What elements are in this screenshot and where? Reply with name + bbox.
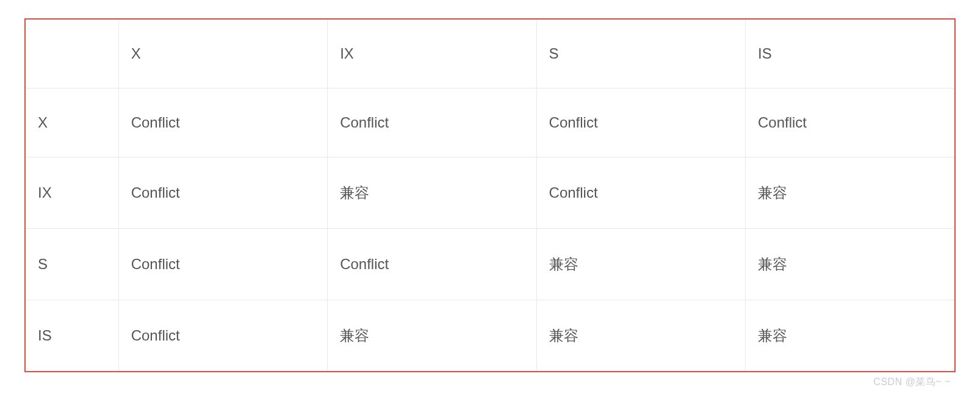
cell: Conflict <box>536 88 745 157</box>
cell: 兼容 <box>536 300 745 372</box>
cell: Conflict <box>536 157 745 229</box>
row-label-x: X <box>26 88 118 157</box>
header-is: IS <box>746 20 955 88</box>
header-ix: IX <box>328 20 536 88</box>
cell: 兼容 <box>536 229 745 300</box>
header-x: X <box>118 20 327 88</box>
cell: Conflict <box>118 157 327 229</box>
cell: Conflict <box>118 88 327 157</box>
cell: 兼容 <box>328 300 536 372</box>
header-s: S <box>536 20 745 88</box>
cell: Conflict <box>328 88 536 157</box>
cell: 兼容 <box>328 157 536 229</box>
lock-compatibility-table: X IX S IS X Conflict Conflict Conflict C… <box>26 20 954 371</box>
table-row: IS Conflict 兼容 兼容 兼容 <box>26 300 954 372</box>
cell: Conflict <box>328 229 536 300</box>
row-label-s: S <box>26 229 118 300</box>
row-label-is: IS <box>26 300 118 372</box>
table-row: X Conflict Conflict Conflict Conflict <box>26 88 954 157</box>
cell: 兼容 <box>746 229 955 300</box>
cell: 兼容 <box>746 157 955 229</box>
table-row: IX Conflict 兼容 Conflict 兼容 <box>26 157 954 229</box>
header-blank <box>26 20 118 88</box>
table-row: S Conflict Conflict 兼容 兼容 <box>26 229 954 300</box>
row-label-ix: IX <box>26 157 118 229</box>
watermark-text: CSDN @菜鸟~ ~ <box>24 376 956 389</box>
lock-compatibility-table-container: X IX S IS X Conflict Conflict Conflict C… <box>24 18 956 372</box>
cell: Conflict <box>746 88 955 157</box>
cell: Conflict <box>118 300 327 372</box>
table-header-row: X IX S IS <box>26 20 954 88</box>
cell: Conflict <box>118 229 327 300</box>
cell: 兼容 <box>746 300 955 372</box>
